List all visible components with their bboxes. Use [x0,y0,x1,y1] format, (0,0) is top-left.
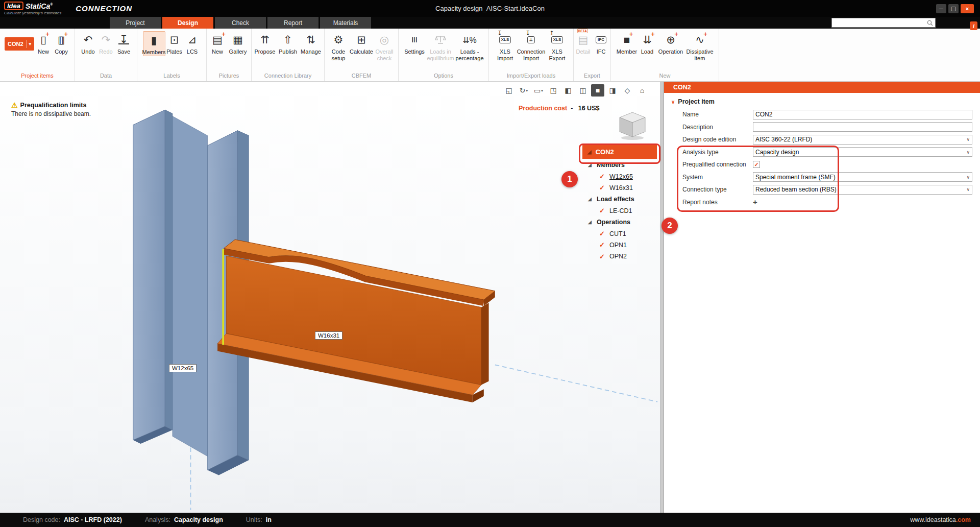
view-left-button[interactable]: ◧ [561,84,575,97]
propose-button[interactable]: ⇈ Propose [254,31,276,55]
beam-label[interactable]: W16x31 [315,331,342,340]
copy-project-item-button[interactable]: ▯▯+ Copy [53,31,70,55]
tree-item-cut1[interactable]: ✓ CUT1 [588,228,663,239]
redo-button[interactable]: ↷ Redo [97,31,115,55]
tree-item-opn2[interactable]: ✓ OPN2 [588,251,663,262]
code-setup-button[interactable]: ⚙ Code setup [327,31,350,61]
file-plus-icon: ▯+ [40,32,46,48]
column-label[interactable]: W12x65 [169,364,197,372]
maximize-button[interactable]: ▢ [948,4,959,13]
description-input[interactable] [753,122,972,132]
new-operation-button[interactable]: ⊕+ Operation [656,31,685,55]
field-design-code-edition: Design code edition AISC 360-22 (LRFD) ∨ [664,133,980,146]
plates-labels-toggle[interactable]: ⊡ Plates [166,31,183,55]
settings-button[interactable]: ≡ Settings [403,31,426,55]
publish-button[interactable]: ⇧ Publish [277,31,299,55]
view-solid-button[interactable]: ■ [591,84,604,97]
tab-materials[interactable]: Materials [320,17,371,29]
lcs-toggle[interactable]: ⊿ LCS [184,31,201,55]
member-cube-icon: ■+ [624,32,630,48]
tree-item-w16x31[interactable]: ✓ W16x31 [588,182,663,194]
tab-check[interactable]: Check [215,17,266,29]
new-picture-button[interactable]: ▤+ New [209,31,226,55]
manage-button[interactable]: ⇅ Manage [300,31,322,55]
ribbon-group-import-export: ↧XLS XLS Import ↧⊥ Connection Import ↥XL… [489,29,574,81]
system-select[interactable]: Special moment frame (SMF) ∨ [753,172,972,182]
view-wireframe-button[interactable]: ◳ [547,84,560,97]
design-code-select[interactable]: AISC 360-22 (LRFD) ∨ [753,135,972,145]
search-box[interactable] [831,18,936,28]
ribbon-group-label: Project items [0,71,75,81]
analysis-type-select[interactable]: Capacity design ∨ [753,147,972,157]
copy-plus-icon: ▯▯+ [58,32,65,48]
tab-design[interactable]: Design [162,17,213,29]
sliders-icon: ≡ [411,32,418,48]
calculate-button[interactable]: ⊞ Calculate [350,31,373,55]
undo-button[interactable]: ↶ Undo [80,31,97,55]
report-notes-add-button[interactable]: + [753,198,757,206]
xls-export-button[interactable]: ↥XLS XLS Export [546,31,569,61]
window-title: Capacity design_AISC-Start.ideaCon [435,5,545,12]
navigation-cube[interactable] [616,108,649,142]
tree-item-w12x65[interactable]: ✓ W12x65 [588,171,663,182]
connection-import-button[interactable]: ↧⊥ Connection Import [517,31,546,61]
ribbon-group-project-items: CON2 ▾ ▯+ New ▯▯+ Copy Project items [0,29,75,81]
title-bar: Idea StatiCa® Calculate yesterday's esti… [0,0,980,17]
tree-group-load-effects[interactable]: ◢ Load effects [588,194,663,205]
rect-select-button[interactable]: ▭▾ [532,84,545,97]
ribbon-group-options: ≡ Settings Loads in equilibrium ⇊% Loads… [399,29,489,81]
project-item-selector[interactable]: CON2 ▾ [5,37,34,51]
loads-in-equilibrium-button[interactable]: Loads in equilibrium [426,31,455,61]
minimize-button[interactable]: ─ [936,4,946,13]
view-right-button[interactable]: ◨ [606,84,619,97]
new-member-button[interactable]: ■+ Member [616,31,638,55]
overall-check-button[interactable]: ◎ Overall check [373,31,396,61]
check-icon: ✓ [599,173,606,180]
prequalified-checkbox[interactable]: ✓ [753,161,760,168]
view-front-button[interactable]: ◫ [576,84,590,97]
ifc-export-button[interactable]: IFC IFC [593,31,610,55]
save-button[interactable]: ↧ Save [115,31,133,55]
tree-group-operations[interactable]: ◢ Operations [588,217,663,228]
tab-project[interactable]: Project [110,17,161,29]
product-name: CONNECTION [76,4,132,13]
view-section-button[interactable]: ◇ [621,84,634,97]
status-analysis: Analysis: Capacity design [145,516,223,523]
calculator-icon: ⊞ [357,32,366,48]
loads-percentage-button[interactable]: ⇊% Loads - percentage [455,31,484,61]
connection-import-icon: ↧⊥ [527,32,535,48]
tree-group-members[interactable]: ◢ Members [588,159,663,171]
new-project-item-button[interactable]: ▯+ New [35,31,52,55]
tree-item-le-cd1[interactable]: ✓ LE-CD1 [588,205,663,217]
search-input[interactable] [832,19,926,27]
tree-item-opn1[interactable]: ✓ OPN1 [588,239,663,251]
info-button[interactable]: i [970,21,977,30]
viewport-toolbar: ◱ ↻▾ ▭▾ ◳ ◧ ◫ ■ ◨ ◇ ⌂ [502,84,649,97]
panel-splitter[interactable] [660,82,664,513]
tab-report[interactable]: Report [267,17,318,29]
gallery-button[interactable]: ▦ Gallery [227,31,249,55]
members-labels-toggle[interactable]: ▮ Members [143,31,165,56]
website-link[interactable]: www.ideastatica.com [910,516,971,523]
ifc-icon: IFC [596,32,606,48]
close-button[interactable]: × [961,4,974,13]
check-circle-icon: ◎ [380,32,389,48]
rotate-view-button[interactable]: ↻▾ [517,84,530,97]
connection-type-select[interactable]: Reduced beam section (RBS) ∨ [753,185,972,195]
new-load-button[interactable]: ⇊+ Load [639,31,656,55]
field-connection-type: Connection type Reduced beam section (RB… [664,183,980,196]
viewport-3d[interactable]: ⚠Prequalification limits There is no dis… [0,82,663,513]
beam-w16x31[interactable] [217,239,495,402]
tree-item-con2[interactable]: ◢ CON2 [582,145,657,159]
members-icon: ▮ [151,32,157,49]
home-view-button[interactable]: ⌂ [635,84,649,97]
detail-export-button[interactable]: BETA▤ Detail [575,31,592,55]
save-icon: ↧ [118,32,130,48]
project-item-selector-label: CON2 [8,41,23,47]
name-input[interactable] [753,110,972,119]
section-project-item[interactable]: ∨ Project item [664,95,980,108]
properties-header: CON2 [664,82,980,93]
fit-view-button[interactable]: ◱ [502,84,516,97]
xls-import-button[interactable]: ↧XLS XLS Import [494,31,517,61]
new-dissipative-item-button[interactable]: ∿+ Dissipative item [685,31,714,61]
